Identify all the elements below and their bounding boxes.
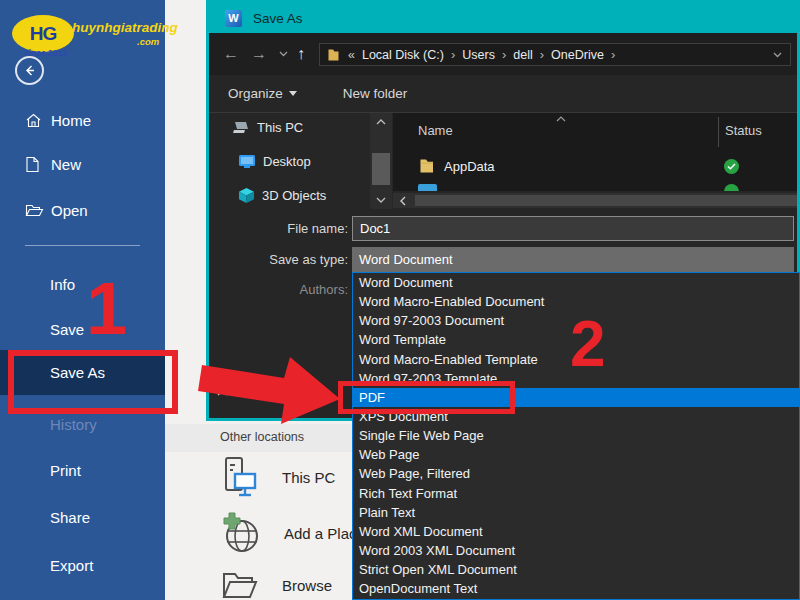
file-name-label: File name:	[209, 221, 348, 236]
back-button[interactable]	[15, 56, 44, 85]
sidebar-item-new[interactable]: New	[0, 152, 165, 176]
authors-label: Authors:	[209, 282, 348, 297]
this-pc-icon	[222, 456, 258, 498]
column-divider[interactable]	[718, 117, 719, 147]
browse-folder-icon	[222, 570, 258, 600]
filetype-option[interactable]: Strict Open XML Document	[353, 560, 799, 579]
cube-3d-icon	[239, 188, 254, 203]
filetype-option[interactable]: Single File Web Page	[353, 426, 799, 445]
breadcrumb-segment[interactable]: dell	[513, 48, 532, 62]
sidebar-item-info[interactable]: Info	[50, 276, 75, 293]
file-list-hscrollbar[interactable]	[393, 193, 797, 208]
filetype-option[interactable]: OpenDocument Text	[353, 579, 799, 598]
breadcrumb-separator-icon: ›	[611, 47, 615, 62]
save-as-type-label: Save as type:	[209, 252, 348, 267]
column-header-name[interactable]: Name	[418, 123, 453, 138]
file-name-input[interactable]: Doc1	[352, 216, 794, 241]
scroll-down-icon[interactable]	[376, 197, 386, 203]
desktop-icon	[239, 155, 255, 168]
sidebar-item-label: Home	[51, 112, 91, 129]
place-this-pc[interactable]: This PC	[222, 456, 335, 498]
breadcrumb-segment[interactable]: OneDrive	[551, 48, 604, 62]
place-label: This PC	[282, 469, 335, 486]
file-row-appdata[interactable]: AppData	[393, 153, 797, 179]
tree-item-this-pc[interactable]: This PC	[233, 117, 303, 137]
nav-back-button[interactable]: ←	[223, 33, 239, 75]
sidebar-item-export[interactable]: Export	[50, 557, 93, 574]
open-folder-icon	[25, 203, 45, 218]
new-document-icon	[25, 156, 45, 173]
nav-forward-button[interactable]: →	[251, 33, 267, 75]
add-place-icon	[220, 512, 260, 554]
tree-item-label: 3D Objects	[262, 188, 326, 203]
save-as-type-combobox[interactable]: Word Document	[352, 247, 794, 272]
scrollbar-thumb[interactable]	[415, 195, 797, 206]
filetype-option[interactable]: Plain Text	[353, 503, 799, 522]
sidebar-divider	[25, 245, 140, 246]
sidebar-item-open[interactable]: Open	[0, 198, 165, 222]
breadcrumb-segment[interactable]: Local Disk (C:)	[362, 48, 444, 62]
sidebar-item-history: History	[50, 416, 97, 433]
scroll-up-icon[interactable]	[376, 119, 386, 125]
breadcrumb-separator-icon: ›	[451, 47, 455, 62]
filetype-option[interactable]: Word Document	[353, 273, 799, 292]
screenshot-root: HG huynhgiatrading .com since 2013 Home …	[0, 0, 800, 600]
organize-dropdown-icon	[289, 91, 297, 96]
scroll-left-icon[interactable]	[400, 196, 406, 206]
filetype-option[interactable]: Web Page	[353, 445, 799, 464]
word-app-icon: W	[225, 10, 242, 27]
dialog-toolbar: Organize New folder	[209, 75, 797, 113]
hide-folders-label: Hide Folders	[236, 385, 286, 400]
sort-ascending-icon[interactable]	[556, 116, 566, 122]
breadcrumb-separator-icon: ›	[502, 47, 506, 62]
place-add-a-place[interactable]: Add a Place	[220, 512, 365, 554]
dialog-content: This PC Desktop 3D Objects	[209, 113, 797, 209]
sidebar-item-label: New	[51, 156, 81, 173]
organize-menu-button[interactable]: Organize	[228, 86, 297, 101]
filetype-option[interactable]: Rich Text Format	[353, 484, 799, 503]
address-folder-icon	[328, 49, 342, 61]
annotation-box-save-as	[8, 350, 178, 414]
place-label: Browse	[282, 577, 332, 594]
tree-item-desktop[interactable]: Desktop	[239, 151, 311, 171]
filetype-option[interactable]: Word 2003 XML Document	[353, 541, 799, 560]
sidebar-item-save[interactable]: Save	[50, 321, 84, 338]
organize-label: Organize	[228, 86, 283, 101]
clipped-status-icon	[724, 184, 739, 191]
tree-scrollbar[interactable]	[370, 113, 392, 209]
address-dropdown-chevron-icon[interactable]	[773, 52, 782, 58]
nav-recent-chevron-icon[interactable]	[279, 33, 288, 75]
folder-icon	[420, 159, 437, 173]
sidebar-item-print[interactable]: Print	[50, 462, 81, 479]
tree-item-label: Desktop	[263, 154, 311, 169]
sidebar-item-share[interactable]: Share	[50, 509, 90, 526]
this-pc-small-icon	[233, 121, 249, 134]
new-folder-button[interactable]: New folder	[343, 86, 408, 101]
hide-folders-button[interactable]: Hide Folders	[217, 385, 286, 400]
save-as-type-value: Word Document	[359, 252, 453, 267]
back-arrow-icon	[23, 64, 36, 77]
dialog-titlebar: W Save As	[209, 3, 797, 33]
file-list: Name Status AppData	[393, 113, 797, 191]
tree-item-label: This PC	[257, 120, 303, 135]
word-backstage-sidebar: HG huynhgiatrading .com since 2013 Home …	[0, 0, 165, 600]
brand-logo: HG	[12, 15, 74, 52]
sidebar-item-home[interactable]: Home	[0, 108, 165, 132]
brand-monogram: HG	[30, 23, 57, 45]
scrollbar-thumb[interactable]	[372, 153, 390, 185]
status-synced-icon	[724, 159, 739, 174]
clipped-folder-icon	[418, 184, 437, 191]
filetype-option[interactable]: Word XML Document	[353, 522, 799, 541]
column-header-status[interactable]: Status	[725, 123, 762, 138]
file-name-value: Doc1	[360, 221, 390, 236]
tree-item-3d-objects[interactable]: 3D Objects	[239, 185, 326, 205]
breadcrumb-collapse[interactable]: «	[348, 48, 355, 62]
brand-tld: .com	[137, 36, 159, 47]
address-bar[interactable]: « Local Disk (C:) › Users › dell › OneDr…	[319, 43, 791, 66]
other-locations-heading: Other locations	[220, 430, 304, 444]
breadcrumb-segment[interactable]: Users	[462, 48, 495, 62]
filetype-option[interactable]: Web Page, Filtered	[353, 464, 799, 483]
place-browse[interactable]: Browse	[222, 570, 332, 600]
breadcrumb-separator-icon: ›	[540, 47, 544, 62]
nav-up-button[interactable]: ↑	[297, 33, 305, 75]
